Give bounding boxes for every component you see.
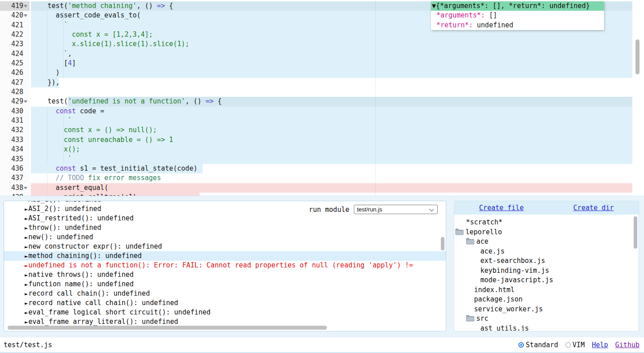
tree-vertical-scrollbar-thumb[interactable]: [634, 216, 637, 249]
help-link[interactable]: Help: [592, 341, 608, 349]
code-line[interactable]: 438 assert_equal(: [0, 183, 644, 193]
code-text: test('undefined is not a function', () =…: [31, 97, 222, 106]
tree-folder-item[interactable]: leporello: [454, 228, 639, 237]
keybinding-standard-option[interactable]: Standard: [518, 341, 558, 349]
code-line[interactable]: 430 const code =: [0, 107, 644, 116]
expand-triangle-icon[interactable]: ►: [25, 214, 28, 224]
tree-folder-item[interactable]: ace: [454, 237, 639, 247]
gutter-cell[interactable]: 421: [0, 21, 30, 30]
create-file-link[interactable]: Create file: [479, 204, 523, 212]
gutter-cell[interactable]: 436: [0, 164, 30, 173]
gutter-cell[interactable]: 438: [0, 183, 30, 193]
expand-triangle-icon[interactable]: ►: [25, 308, 28, 318]
gutter-cell[interactable]: 430: [0, 107, 30, 116]
test-result-item[interactable]: ►record native call chain(): undefined: [4, 298, 446, 308]
gutter-cell[interactable]: 433: [0, 135, 30, 145]
test-result-item[interactable]: ►native throws(): undefined: [4, 270, 446, 280]
gutter-cell[interactable]: 419: [0, 1, 30, 11]
code-line[interactable]: 434 x();: [0, 145, 644, 154]
expand-triangle-icon[interactable]: ►: [25, 280, 28, 289]
tree-file-item[interactable]: keybinding-vim.js: [454, 266, 639, 276]
file-tree-panel[interactable]: Create file Create dir *scratch*leporell…: [454, 201, 639, 331]
gutter-cell[interactable]: 422: [0, 30, 30, 39]
gutter-cell[interactable]: 425: [0, 59, 30, 68]
tree-file-item[interactable]: mode-javascript.js: [454, 276, 639, 285]
test-output-panel[interactable]: ►ASI_1(): undefined►ASI_2(): undefined►A…: [4, 201, 446, 331]
fold-arrow-icon[interactable]: [24, 187, 27, 189]
code-line[interactable]: 439 print_calltree(s1): [0, 193, 644, 196]
gutter-cell[interactable]: 420: [0, 11, 30, 20]
test-result-item[interactable]: ►function name(): undefined: [4, 280, 446, 289]
radio-selected-icon[interactable]: [518, 342, 524, 348]
code-line[interactable]: 426 ): [0, 68, 644, 77]
code-line[interactable]: 424 `,: [0, 49, 644, 59]
output-horizontal-scrollbar-thumb[interactable]: [8, 326, 327, 330]
expand-triangle-icon[interactable]: ►: [25, 318, 28, 327]
github-link[interactable]: Github: [615, 341, 640, 349]
create-dir-link[interactable]: Create dir: [573, 204, 614, 212]
code-line[interactable]: 435 `: [0, 155, 644, 164]
test-result-item[interactable]: ►new(): undefined: [4, 232, 446, 242]
expand-triangle-icon[interactable]: ►: [25, 201, 28, 204]
expand-triangle-icon[interactable]: ►: [25, 242, 28, 252]
expand-triangle-icon[interactable]: ►: [25, 233, 28, 242]
tree-file-item[interactable]: *scratch*: [454, 218, 639, 228]
tree-file-item[interactable]: package.json: [454, 295, 639, 305]
code-line[interactable]: 437 // TODO fix error messages: [0, 173, 644, 183]
tree-file-item[interactable]: index.html: [454, 285, 639, 295]
test-result-item[interactable]: ►eval_frame array_literal(): undefined: [4, 317, 446, 327]
test-result-item[interactable]: ►new constructor expr(): undefined: [4, 242, 446, 251]
gutter-cell[interactable]: 426: [0, 68, 30, 77]
tree-file-item[interactable]: ext-searchbox.js: [454, 256, 639, 266]
code-line[interactable]: 433 const unreachable = () => 1: [0, 135, 644, 145]
expand-triangle-icon[interactable]: ►: [25, 224, 28, 233]
expand-triangle-icon[interactable]: ►: [25, 299, 28, 308]
test-result-item[interactable]: ►method chaining(): undefined: [4, 251, 446, 261]
code-line[interactable]: 425 [4]: [0, 59, 644, 68]
editor-scrollbar-thumb[interactable]: [635, 39, 640, 74]
gutter-cell[interactable]: 431: [0, 116, 30, 125]
tooltip-header[interactable]: ▼{*arguments*: [], *return*: undefined}: [431, 1, 604, 11]
code-line[interactable]: 436 const s1 = test_initial_state(code): [0, 164, 644, 173]
gutter-cell[interactable]: 434: [0, 145, 30, 154]
test-result-item[interactable]: ►throw(): undefined: [4, 223, 446, 232]
tree-folder-item[interactable]: src: [454, 314, 639, 324]
test-result-item[interactable]: ►ASI_restrited(): undefined: [4, 214, 446, 223]
code-line[interactable]: 422 const x = [1,2,3,4];: [0, 30, 644, 39]
test-result-item[interactable]: ►eval_frame logical short circuit(): und…: [4, 308, 446, 317]
code-line[interactable]: 427 }),: [0, 78, 644, 87]
expand-triangle-icon[interactable]: ►: [25, 252, 28, 261]
gutter-cell[interactable]: 427: [0, 78, 30, 87]
output-vertical-scrollbar-thumb[interactable]: [441, 237, 444, 250]
code-line[interactable]: 432 const x = () => null();: [0, 125, 644, 135]
gutter-cell[interactable]: 437: [0, 173, 30, 183]
test-result-item[interactable]: ►ASI_1(): undefined: [4, 201, 446, 204]
tree-file-item[interactable]: ace.js: [454, 247, 639, 257]
test-result-text: record native call chain(): undefined: [28, 299, 178, 307]
run-module-select[interactable]: test/run.js: [354, 205, 438, 214]
expand-triangle-icon[interactable]: ►: [25, 271, 28, 280]
gutter-cell[interactable]: 423: [0, 39, 30, 49]
code-line[interactable]: 428: [0, 87, 644, 97]
expand-triangle-icon[interactable]: ►: [25, 289, 28, 299]
tree-file-item[interactable]: service_worker.js: [454, 305, 639, 314]
code-line[interactable]: 423 x.slice(1).slice(1).slice(1);: [0, 39, 644, 49]
tree-file-item[interactable]: ast_utils.js: [454, 324, 639, 332]
gutter-cell[interactable]: 435: [0, 155, 30, 164]
gutter-cell[interactable]: 424: [0, 49, 30, 59]
gutter-cell[interactable]: 428: [0, 87, 30, 97]
code-line[interactable]: 431 `: [0, 116, 644, 125]
fold-arrow-icon[interactable]: [24, 14, 27, 17]
fold-arrow-icon[interactable]: [24, 100, 27, 103]
fold-arrow-icon[interactable]: [24, 5, 27, 8]
gutter-cell[interactable]: 429: [0, 97, 30, 106]
test-result-item[interactable]: ►undefined is not a function(): Error: F…: [4, 261, 446, 270]
test-result-item[interactable]: ►record call chain(): undefined: [4, 289, 446, 298]
keybinding-vim-option[interactable]: VIM: [566, 341, 585, 349]
expand-triangle-icon[interactable]: ►: [25, 261, 28, 271]
expand-triangle-icon[interactable]: ►: [25, 205, 28, 214]
gutter-cell[interactable]: 432: [0, 125, 30, 135]
radio-unselected-icon[interactable]: [566, 342, 571, 348]
code-line[interactable]: 429 test('undefined is not a function', …: [0, 97, 644, 106]
gutter-cell[interactable]: 439: [0, 193, 30, 196]
